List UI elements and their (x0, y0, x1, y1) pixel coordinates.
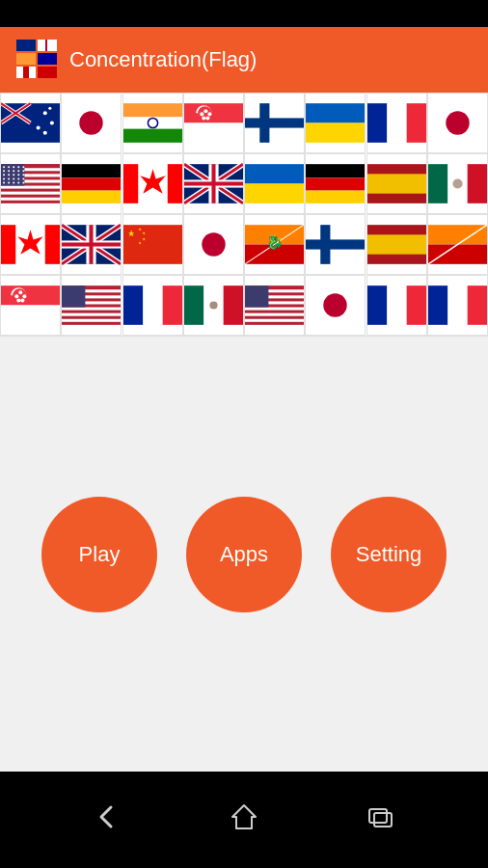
flag-cell[interactable] (61, 93, 122, 153)
flag-cell[interactable] (61, 153, 122, 214)
flag-cell[interactable] (122, 275, 183, 336)
flag-cell[interactable] (122, 153, 183, 214)
svg-point-67 (13, 177, 14, 179)
flag-cell[interactable] (366, 275, 427, 336)
flag-cell[interactable] (366, 153, 427, 214)
flag-cell[interactable] (366, 93, 427, 153)
flag-cell[interactable]: 🐉 (244, 214, 305, 275)
svg-point-142 (16, 298, 20, 302)
flag-cell[interactable] (305, 214, 366, 275)
flag-cell[interactable] (427, 275, 488, 336)
svg-rect-47 (1, 192, 60, 195)
svg-point-52 (13, 166, 14, 168)
svg-rect-149 (62, 319, 121, 322)
svg-point-56 (8, 170, 10, 172)
flag-cell[interactable] (427, 153, 488, 214)
recent-apps-button[interactable] (366, 801, 396, 839)
flag-cell[interactable] (183, 153, 244, 214)
flag-cell[interactable] (183, 93, 244, 153)
svg-point-61 (8, 174, 10, 176)
svg-rect-48 (1, 198, 60, 201)
flag-cell[interactable] (305, 153, 366, 214)
flag-cell[interactable] (0, 275, 61, 336)
svg-rect-162 (245, 308, 304, 311)
setting-button[interactable]: Setting (331, 497, 447, 612)
svg-rect-90 (211, 164, 215, 203)
svg-point-70 (3, 181, 5, 183)
svg-rect-80 (167, 164, 181, 203)
svg-point-57 (13, 170, 14, 172)
svg-point-102 (452, 178, 462, 188)
svg-point-60 (3, 174, 5, 176)
flag-cell[interactable] (0, 93, 61, 153)
svg-point-141 (20, 298, 24, 302)
svg-rect-175 (369, 809, 387, 823)
svg-rect-38 (406, 103, 425, 143)
svg-rect-164 (245, 319, 304, 322)
svg-rect-116 (123, 225, 182, 264)
flag-cell[interactable] (61, 275, 122, 336)
svg-rect-130 (321, 225, 331, 264)
svg-rect-92 (245, 184, 304, 203)
play-button[interactable]: Play (41, 497, 157, 612)
svg-rect-34 (306, 103, 365, 122)
svg-point-66 (8, 177, 10, 179)
back-button[interactable] (92, 801, 122, 839)
svg-point-71 (8, 181, 10, 183)
svg-rect-93 (306, 164, 365, 177)
flag-cell[interactable] (366, 214, 427, 275)
flag-cell[interactable] (0, 153, 61, 214)
flag-cell[interactable] (122, 214, 183, 275)
svg-point-69 (22, 177, 24, 179)
svg-rect-0 (16, 40, 36, 51)
svg-rect-36 (367, 103, 387, 143)
svg-rect-99 (428, 164, 447, 203)
toolbar: Concentration(Flag) (0, 27, 488, 93)
svg-point-58 (17, 170, 19, 172)
status-bar (0, 0, 488, 27)
flag-cell[interactable] (427, 93, 488, 153)
svg-rect-168 (367, 285, 387, 325)
buttons-row: Play Apps Setting (41, 497, 447, 612)
svg-rect-156 (223, 285, 242, 325)
flag-cell[interactable] (305, 275, 366, 336)
flag-cell[interactable] (244, 275, 305, 336)
flag-cell[interactable] (305, 93, 366, 153)
svg-point-17 (48, 107, 51, 110)
flag-cell[interactable] (122, 93, 183, 153)
svg-point-140 (14, 294, 18, 298)
svg-rect-3 (16, 53, 36, 65)
flag-cell[interactable] (183, 214, 244, 275)
nav-bar (0, 772, 488, 868)
svg-point-54 (22, 166, 24, 168)
app-container: Concentration(Flag) (0, 27, 488, 772)
svg-rect-24 (184, 103, 243, 122)
main-content: Play Apps Setting (0, 337, 488, 772)
svg-point-53 (17, 166, 19, 168)
svg-point-63 (17, 174, 19, 176)
svg-point-14 (50, 121, 54, 124)
svg-point-64 (22, 174, 24, 176)
svg-point-50 (3, 166, 5, 168)
svg-rect-163 (245, 313, 304, 316)
svg-point-16 (37, 126, 41, 130)
flag-cell[interactable] (0, 214, 61, 275)
svg-rect-20 (123, 103, 182, 117)
svg-rect-105 (45, 225, 60, 264)
svg-point-40 (446, 111, 469, 134)
svg-rect-22 (123, 129, 182, 143)
flag-cell[interactable] (244, 153, 305, 214)
flag-cell[interactable] (427, 214, 488, 275)
apps-button[interactable]: Apps (186, 497, 302, 612)
home-button[interactable] (229, 801, 259, 839)
svg-rect-115 (90, 225, 94, 264)
svg-rect-152 (143, 285, 162, 325)
flag-cell[interactable] (244, 93, 305, 153)
svg-rect-132 (367, 234, 426, 254)
flag-cell[interactable] (61, 214, 122, 275)
svg-rect-173 (467, 285, 486, 325)
svg-point-13 (43, 111, 47, 115)
svg-rect-129 (306, 239, 365, 249)
svg-rect-77 (62, 191, 121, 203)
flag-cell[interactable] (183, 275, 244, 336)
